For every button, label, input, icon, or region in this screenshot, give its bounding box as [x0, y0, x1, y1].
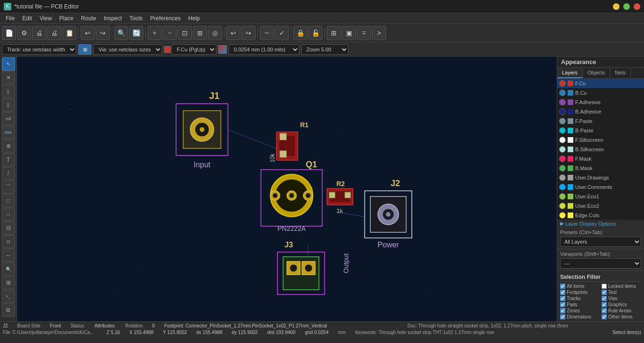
layer-selector[interactable]: F.Cu (PgUp): [164, 44, 216, 55]
menu-item-edit[interactable]: Edit: [18, 14, 36, 23]
toolbar-btn-find[interactable]: 🔍: [114, 26, 128, 40]
pcb-svg[interactable]: J1 Input 10k R1: [17, 57, 557, 321]
toolbar-btn-plot[interactable]: 📋: [62, 26, 76, 40]
add-zone-tool[interactable]: ⊟: [2, 221, 15, 235]
menu-item-place[interactable]: Place: [56, 14, 77, 23]
toolbar-btn-new[interactable]: 📄: [2, 26, 16, 40]
menu-item-route[interactable]: Route: [77, 14, 100, 23]
toolbar-btn-settings[interactable]: ⚙: [17, 26, 31, 40]
toolbar-btn-zoom-in[interactable]: ＋: [148, 26, 162, 40]
layer-vis-f.adhesive[interactable]: [559, 99, 566, 106]
layer-row-bmask[interactable]: B.Mask: [557, 163, 644, 173]
grid-select[interactable]: 0.0254 mm (1.00 mils): [229, 44, 299, 55]
add-via-tool[interactable]: ⊡: [2, 235, 15, 248]
presets-dropdown[interactable]: All Layers: [560, 237, 641, 247]
layer-vis-user.eco1[interactable]: [559, 193, 566, 200]
layer-vis-user.drawings[interactable]: [559, 174, 566, 181]
layer-vis-b.mask[interactable]: [559, 165, 566, 172]
layer-vis-b.paste[interactable]: [559, 127, 566, 134]
mm-unit-btn[interactable]: mm: [2, 126, 15, 139]
sel-cb-other-items[interactable]: [602, 314, 607, 319]
toolbar-btn-net-inspector[interactable]: ⊞: [327, 26, 341, 40]
layer-row-usereco1[interactable]: User.Eco1: [557, 192, 644, 201]
layer-gradient-btn[interactable]: [218, 45, 227, 54]
toolbar-btn-print[interactable]: 🖨: [47, 26, 61, 40]
layer-vis-f.mask[interactable]: [559, 155, 566, 162]
layer-row-usercomments[interactable]: User.Comments: [557, 182, 644, 192]
minimize-button[interactable]: —: [613, 3, 619, 10]
maximize-button[interactable]: □: [623, 3, 630, 10]
toolbar-btn-zoom-center[interactable]: ◎: [208, 26, 222, 40]
layer-vis-f.cu[interactable]: [559, 80, 566, 87]
layer-row-fpaste[interactable]: F.Paste: [557, 116, 644, 126]
layer-vis-user.comments[interactable]: [559, 184, 566, 190]
sel-cb-vias[interactable]: [602, 296, 607, 301]
layer-row-bcu[interactable]: B.Cu: [557, 88, 644, 98]
layer-display-options[interactable]: ▶ Layer Display Options: [557, 220, 644, 228]
measure-tool[interactable]: ↔: [2, 249, 15, 262]
group-tool[interactable]: ⊞: [2, 276, 15, 289]
length-tune-tool[interactable]: mil: [2, 112, 15, 125]
layer-row-fsilkscreen[interactable]: F.Silkscreen: [557, 135, 644, 145]
add-text-tool[interactable]: T: [2, 153, 15, 166]
sel-cb-rule-areas[interactable]: [602, 308, 607, 313]
menu-item-preferences[interactable]: Preferences: [147, 14, 185, 23]
layer-row-bsilkscreen[interactable]: B.Silkscreen: [557, 145, 644, 154]
sel-cb-all-items[interactable]: [560, 284, 565, 289]
toolbar-btn-redo[interactable]: ↪: [96, 26, 110, 40]
route-diff-tool[interactable]: ⣿: [2, 98, 15, 112]
layer-vis-b.silkscreen[interactable]: [559, 146, 566, 153]
menu-item-help[interactable]: Help: [184, 14, 204, 23]
close-button[interactable]: ✕: [634, 3, 640, 10]
tab-layers[interactable]: Layers: [557, 68, 583, 78]
toolbar-btn-drc[interactable]: ✓: [275, 26, 289, 40]
toolbar-btn-calculator[interactable]: =: [357, 26, 371, 40]
layer-vis-b.adhesive[interactable]: [559, 108, 566, 115]
layer-vis-user.eco2[interactable]: [559, 203, 566, 209]
add-circle-tool[interactable]: ○: [2, 208, 15, 221]
tab-objects[interactable]: Objects: [583, 68, 610, 78]
layer-row-userdrawings[interactable]: User.Drawings: [557, 173, 644, 182]
layer-vis-b.cu[interactable]: [559, 90, 566, 96]
layer-row-fcu[interactable]: F.Cu: [557, 79, 644, 88]
sel-cb-locked-items[interactable]: [602, 284, 607, 289]
track-mode-btn[interactable]: ▦: [78, 44, 91, 55]
sel-cb-dimensions[interactable]: [560, 314, 565, 319]
layer-vis-f.paste[interactable]: [559, 118, 566, 124]
via-size-select[interactable]: Via: use netclass sizes: [93, 44, 162, 55]
add-rectangle-tool[interactable]: □: [2, 194, 15, 207]
sel-cb-pads[interactable]: [560, 302, 565, 307]
toolbar-btn-lock[interactable]: 🔒: [293, 26, 307, 40]
track-width-select[interactable]: Track: use netclass width: [2, 44, 76, 55]
viewports-dropdown[interactable]: ---: [560, 258, 641, 269]
pcb-canvas[interactable]: J1 Input 10k R1: [17, 57, 557, 321]
layer-row-badhesive[interactable]: B.Adhesive: [557, 107, 644, 116]
layer-row-fadhesive[interactable]: F.Adhesive: [557, 98, 644, 107]
add-footprint-tool[interactable]: ⊕: [2, 139, 15, 153]
route-track-tool[interactable]: ⣿: [2, 85, 15, 98]
toolbar-btn-undo2[interactable]: ↩: [226, 26, 240, 40]
sel-cb-footprints[interactable]: [560, 290, 565, 295]
toolbar-btn-zoom-sel[interactable]: ⊞: [193, 26, 207, 40]
menu-item-file[interactable]: File: [2, 14, 18, 23]
toolbar-btn-zoom-out[interactable]: －: [163, 26, 177, 40]
layer-vis-f.silkscreen[interactable]: [559, 137, 566, 143]
layer-manager-btn[interactable]: ⧉: [2, 303, 15, 317]
tab-nets[interactable]: Nets: [610, 68, 631, 78]
zoom-select[interactable]: Zoom 5.00: [301, 44, 348, 55]
toolbar-btn-scripting[interactable]: >: [372, 26, 386, 40]
layers-list[interactable]: F.CuB.CuF.AdhesiveB.AdhesiveF.PasteB.Pas…: [557, 79, 644, 220]
sel-cb-tracks[interactable]: [560, 296, 565, 301]
toolbar-btn-ratsnest[interactable]: ～: [260, 26, 274, 40]
select-tool[interactable]: ↖: [2, 57, 15, 71]
cross-hair-tool[interactable]: ✕: [2, 71, 15, 84]
sel-cb-text[interactable]: [602, 290, 607, 295]
toolbar-btn-undo[interactable]: ↩: [81, 26, 95, 40]
toolbar-btn-print-preview[interactable]: 🖨: [32, 26, 46, 40]
toolbar-btn-refresh[interactable]: 🔄: [129, 26, 143, 40]
menu-item-tools[interactable]: Tools: [126, 14, 147, 23]
toolbar-btn-zoom-fit[interactable]: ⊡: [178, 26, 192, 40]
menu-item-view[interactable]: View: [36, 14, 56, 23]
toolbar-btn-3d-viewer[interactable]: ▣: [342, 26, 356, 40]
menu-item-inspect[interactable]: Inspect: [100, 14, 126, 23]
